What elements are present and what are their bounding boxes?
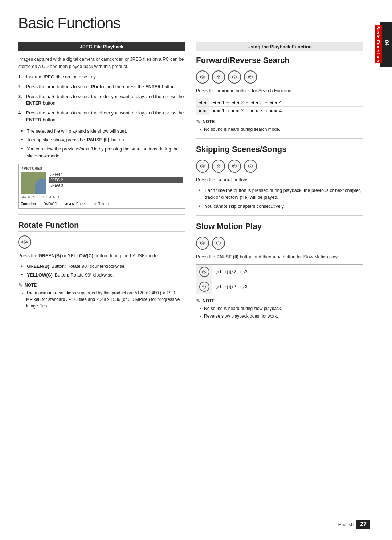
list-item: To stop slide show, press the PAUSE (II)…: [18, 137, 185, 144]
slow-disc-icons: DVD DivX: [196, 237, 363, 250]
list-item: You cannot skip chapters consecutively.: [196, 203, 363, 210]
disc-icon-dvd: DVD: [196, 160, 209, 173]
note-item: Reverse slow playback does not work.: [200, 313, 363, 319]
slow-note: ✎ NOTE No sound is heard during slow pla…: [196, 298, 363, 319]
list-item: The selected file will play and slide sh…: [18, 128, 185, 135]
note-list: No sound is heard during slow playback. …: [196, 305, 363, 319]
disc-icon-dvd: DVD: [196, 237, 209, 250]
disc-icon-divx: DivX: [212, 237, 225, 250]
forward-reverse-title: Forward/Reverse Search: [196, 56, 363, 67]
page-number: 27: [356, 520, 370, 529]
chapter-number: 04: [384, 40, 390, 46]
page-title: Basic Functions: [18, 15, 363, 32]
skipping-title: Skipping Scenes/Songs: [196, 145, 363, 156]
disc-icon-dvd: DVD: [196, 70, 209, 84]
forward-disc-icons: DVD CD DivX MP3: [196, 70, 363, 84]
disc-icon-divx: DivX: [244, 160, 257, 173]
forward-body: Press the ◄◄►► buttons for Search Functi…: [196, 87, 363, 94]
slow-disc: DivX: [196, 279, 212, 294]
file-item-selected: JPEG 2: [49, 177, 183, 183]
slow-disc: DVD: [196, 265, 212, 279]
jpeg-section-header: JPEG File Playback: [18, 42, 185, 51]
jpeg-bullets: The selected file will play and slide sh…: [18, 128, 185, 160]
rotate-section-title: Rotate Function: [18, 221, 185, 232]
skipping-disc-icons: DVD CD MP3 DivX: [196, 160, 363, 173]
right-column: Using the Playback Function Forward/Reve…: [196, 42, 363, 323]
screen-mockup: ./ PICTURES JPEG 1 JPEG 2 JPEG 3 642 X 3…: [18, 164, 185, 209]
jpeg-intro: Images captured with a digital camera or…: [18, 56, 185, 70]
list-item: 4. Press the ▲▼ buttons to select the ph…: [18, 110, 185, 124]
note-title: ✎ NOTE: [18, 282, 185, 288]
note-list: The maximum resolutions supported by thi…: [18, 290, 185, 309]
seq-icon: ◄◄: [196, 98, 209, 106]
screen-thumbnail: [21, 172, 46, 194]
disc-icon-cd: CD: [212, 160, 225, 173]
page-number-area: English 27: [338, 520, 370, 529]
seq-row: ◄◄ ◄◄ 1 → ◄◄ 2 → ◄◄ 3 → ◄◄ 4: [196, 98, 363, 107]
slow-sequence: ▷1 →▷▷2 →▷3: [212, 265, 251, 279]
slow-sequence: ▷1 →▷▷2 →▷3: [212, 279, 251, 294]
footer-disc: DVD/CD: [43, 202, 57, 206]
chapter-label: Basic Functions: [375, 25, 382, 63]
seq-row: ►► ►► 1 → ►► 2 → ►► 3 → ►► 4: [196, 107, 363, 115]
screen-path: ./ PICTURES: [21, 166, 183, 170]
list-item: 2. Press the ◄► buttons to select Photo,…: [18, 84, 185, 90]
file-item: JPEG 1: [49, 172, 183, 177]
seq-icon: ►►: [196, 107, 209, 115]
side-tab: 04 Basic Functions: [380, 22, 392, 67]
seq-content: ◄◄ 1 → ◄◄ 2 → ◄◄ 3 → ◄◄ 4: [209, 98, 285, 106]
playback-section-header: Using the Playback Function: [196, 42, 363, 51]
rotate-body: Press the GREEN(B) or YELLOW(C) button d…: [18, 252, 185, 259]
seq-content: ►► 1 → ►► 2 → ►► 3 → ►► 4: [209, 107, 285, 115]
slow-row: DVD ▷1 →▷▷2 →▷3: [196, 265, 363, 279]
disc-icon-mp3: MP3: [244, 70, 257, 84]
note-list: No sound is heard during search mode.: [196, 126, 363, 133]
list-item: Each time the button is pressed during p…: [196, 187, 363, 201]
rotate-note: ✎ NOTE The maximum resolutions supported…: [18, 282, 185, 309]
list-item: YELLOW(C) Button: Rotate 90° clockwise.: [18, 272, 185, 279]
disc-icon-mp3: MP3: [228, 160, 241, 173]
slow-row: DivX ▷1 →▷▷2 →▷3: [196, 279, 363, 294]
note-title: ✎ NOTE: [196, 119, 363, 125]
note-item: No sound is heard during search mode.: [200, 126, 363, 133]
rotate-bullets: GREEN(B) Button: Rotate 90° counterclock…: [18, 263, 185, 279]
search-sequence-table: ◄◄ ◄◄ 1 → ◄◄ 2 → ◄◄ 3 → ◄◄ 4 ►► ►► 1 → ►…: [196, 98, 363, 115]
jpeg-steps: 1. Insert a JPEG disc on the disc tray. …: [18, 74, 185, 124]
note-item: The maximum resolutions supported by thi…: [22, 290, 185, 309]
skipping-bullets: Each time the button is pressed during p…: [196, 187, 363, 210]
disc-icon-jpeg: JPEG: [18, 235, 31, 249]
rotate-disc-icons: JPEG: [18, 235, 185, 249]
skipping-body: Press the |◄◄►| buttons.: [196, 176, 363, 184]
list-item: GREEN(B) Button: Rotate 90° counterclock…: [18, 263, 185, 270]
footer-return: ↺ Return: [94, 202, 109, 206]
list-item: 3. Press the ▲▼ buttons to select the fo…: [18, 93, 185, 107]
footer-function: Function: [21, 202, 36, 206]
note-title: ✎ NOTE: [196, 298, 363, 304]
list-item: You can view the previous/next fi le by …: [18, 146, 185, 160]
screen-footer: Function DVD/CD ◄◄► Pages ↺ Return: [21, 201, 183, 206]
disc-icon-divx: DivX: [228, 70, 241, 84]
disc-icon-cd: CD: [212, 70, 225, 84]
footer-pages: ◄◄► Pages: [65, 202, 87, 206]
file-item: JPEG 3: [49, 183, 183, 188]
list-item: 1. Insert a JPEG disc on the disc tray.: [18, 74, 185, 81]
screen-info: 642 X 352 2010/01/01: [21, 195, 183, 199]
slow-motion-title: Slow Motion Play: [196, 222, 363, 233]
note-item: No sound is heard during slow playback.: [200, 305, 363, 312]
slow-motion-table: DVD ▷1 →▷▷2 →▷3 DivX ▷1 →▷▷2 →▷3: [196, 264, 363, 294]
left-column: JPEG File Playback Images captured with …: [18, 42, 185, 323]
file-item: [49, 190, 183, 191]
language-label: English: [338, 522, 354, 527]
slow-body: Press the PAUSE (II) button and then ►► …: [196, 253, 363, 261]
forward-note: ✎ NOTE No sound is heard during search m…: [196, 119, 363, 133]
screen-file-list: JPEG 1 JPEG 2 JPEG 3: [49, 172, 183, 191]
